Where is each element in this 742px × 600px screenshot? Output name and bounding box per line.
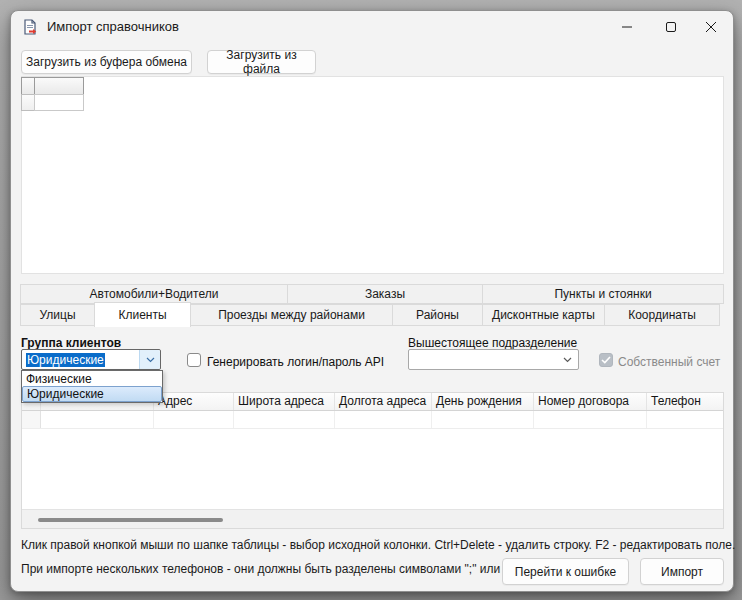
tab-label: Автомобили+Водители: [90, 287, 219, 301]
tab-strip-row-2: Улицы Клиенты Проезды между районами Рай…: [21, 304, 720, 327]
scrollbar-thumb[interactable]: [38, 518, 223, 522]
tab-label: Проезды между районами: [218, 308, 365, 322]
chevron-down-icon[interactable]: [139, 350, 160, 369]
own-account-checkbox: [599, 353, 613, 367]
tab-clients[interactable]: Клиенты: [94, 302, 191, 327]
tab-cars-drivers[interactable]: Автомобили+Водители: [20, 284, 288, 304]
tab-strip-row-1: Автомобили+Водители Заказы Пункты и стоя…: [21, 284, 724, 304]
column-header-phone[interactable]: Телефон: [647, 393, 723, 410]
generate-api-label: Генерировать логин/пароль API: [207, 355, 384, 369]
parent-division-label: Вышестоящее подразделение: [408, 336, 577, 350]
tab-label: Клиенты: [118, 308, 166, 322]
import-document-icon: [22, 19, 38, 35]
column-header-latitude[interactable]: Широта адреса: [234, 393, 335, 410]
grid-column-header-cell[interactable]: [34, 77, 84, 95]
source-grid-corner: [21, 77, 84, 111]
dropdown-option-individuals[interactable]: Физические: [22, 371, 162, 386]
dropdown-option-legal-entities[interactable]: Юридические: [22, 386, 162, 402]
tab-label: Координаты: [628, 308, 696, 322]
combobox-value: Юридические: [22, 353, 139, 367]
chevron-down-icon[interactable]: [557, 350, 578, 369]
client-group-combobox[interactable]: Юридические: [21, 349, 161, 370]
hint-text-1: Клик правой кнопкой мыши по шапке таблиц…: [21, 538, 735, 552]
grid-corner-cell[interactable]: [21, 77, 35, 95]
import-dialog-window: Импорт справочников Загрузить из буфера …: [10, 10, 734, 592]
minimize-button[interactable]: [604, 12, 649, 42]
table-cell[interactable]: [432, 411, 534, 428]
window-title: Импорт справочников: [47, 11, 179, 43]
tab-label: Заказы: [365, 287, 405, 301]
hint-text-2: При импорте нескольких телефонов - они д…: [21, 562, 515, 576]
tab-orders[interactable]: Заказы: [287, 284, 483, 304]
parent-division-combobox[interactable]: [408, 349, 579, 370]
tab-districts[interactable]: Районы: [392, 304, 483, 326]
tab-points-parkings[interactable]: Пункты и стоянки: [482, 284, 724, 304]
load-from-clipboard-button[interactable]: Загрузить из буфера обмена: [21, 50, 192, 74]
close-button[interactable]: [688, 12, 733, 42]
row-header-cell[interactable]: [22, 411, 41, 428]
table-cell[interactable]: [154, 411, 234, 428]
column-header-longitude[interactable]: Долгота адреса: [335, 393, 432, 410]
load-from-file-button[interactable]: Загрузить из файла: [207, 50, 316, 74]
table-cell[interactable]: [335, 411, 432, 428]
import-mapping-table: Адрес Широта адреса Долгота адреса День …: [21, 392, 724, 529]
tab-label: Пункты и стоянки: [554, 287, 651, 301]
table-cell[interactable]: [41, 411, 154, 428]
tab-label: Районы: [416, 308, 459, 322]
table-cell[interactable]: [234, 411, 335, 428]
generate-api-checkbox[interactable]: [187, 353, 201, 367]
column-header-birthday[interactable]: День рождения: [432, 393, 534, 410]
tab-label: Дисконтные карты: [492, 308, 595, 322]
import-button[interactable]: Импорт: [640, 558, 724, 585]
table-cell[interactable]: [534, 411, 647, 428]
column-header-address[interactable]: Адрес: [154, 393, 234, 410]
grid-data-cell[interactable]: [34, 94, 84, 111]
title-bar: Импорт справочников: [11, 11, 733, 43]
source-data-grid[interactable]: [21, 76, 724, 274]
goto-error-button[interactable]: Перейти к ошибке: [502, 558, 629, 585]
grid-row-header-cell[interactable]: [21, 94, 35, 111]
client-group-label: Группа клиентов: [21, 336, 121, 350]
maximize-button[interactable]: [648, 12, 693, 42]
tab-coordinates[interactable]: Координаты: [604, 304, 720, 326]
client-group-dropdown-list: Физические Юридические: [21, 370, 163, 403]
tab-discount-cards[interactable]: Дисконтные карты: [482, 304, 605, 326]
tab-label: Улицы: [39, 308, 75, 322]
column-header-contract[interactable]: Номер договора: [534, 393, 647, 410]
table-row[interactable]: [22, 411, 723, 429]
selected-text: Юридические: [26, 353, 105, 367]
horizontal-scrollbar[interactable]: [22, 509, 723, 528]
tab-routes-between-districts[interactable]: Проезды между районами: [190, 304, 393, 326]
own-account-label: Собственный счет: [618, 355, 720, 369]
tab-streets[interactable]: Улицы: [20, 304, 95, 326]
table-cell[interactable]: [647, 411, 723, 428]
